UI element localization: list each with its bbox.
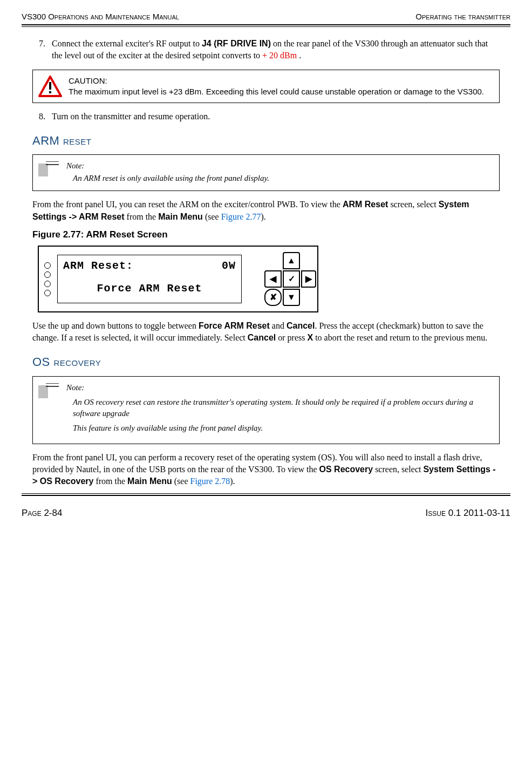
step7-bold-j4: J4 (RF DRIVE IN) (202, 39, 271, 48)
note-box-arm: Note: An ARM reset is only available usi… (32, 154, 500, 191)
arm-db2: Cancel (287, 321, 315, 330)
svg-rect-3 (38, 164, 48, 176)
arm-b1: ARM Reset (343, 200, 388, 209)
arm-db1: Force ARM Reset (199, 321, 270, 330)
arm-da: Use the up and down buttons to toggle be… (32, 321, 199, 330)
page-header: VS300 Operations and Maintenance Manual … (22, 11, 510, 22)
lcd-screen: ARM Reset: 0W Force ARM Reset (57, 255, 242, 303)
arm-db4: X (308, 333, 313, 342)
step-list-8: Turn on the transmitter and resume opera… (32, 111, 500, 123)
os-pe: ). (230, 477, 235, 486)
arm-dd: or press (276, 333, 307, 342)
note-body-os-2: This feature is only available using the… (73, 423, 492, 434)
nav-up-button[interactable]: ▲ (283, 252, 300, 269)
led-4 (44, 290, 51, 296)
os-pd: (see (172, 477, 190, 486)
arm-de: to abort the reset and return to the pre… (313, 333, 487, 342)
step-list-7: Connect the external exciter's RF output… (32, 38, 500, 62)
caution-label: CAUTION: (69, 76, 484, 86)
os-intro-para: From the front panel UI, you can perform… (32, 452, 500, 488)
header-right: Operating the transmitter (415, 11, 510, 22)
note-icon (38, 161, 59, 176)
os-b1: OS Recovery (319, 465, 373, 474)
footer-rule-thin (22, 493, 510, 494)
heading-os-recovery: OS recovery (32, 354, 500, 371)
led-3 (44, 281, 51, 287)
lcd-option: Force ARM Reset (63, 281, 236, 296)
note-label-os: Note: (66, 382, 492, 393)
lcd-title: ARM Reset: (63, 258, 133, 274)
led-2 (44, 271, 51, 278)
note-label-arm: Note: (66, 160, 269, 172)
caution-box: CAUTION: The maximum input level is +23 … (32, 70, 500, 104)
note-icon-os (38, 383, 59, 398)
arm-db: and (270, 321, 287, 330)
lcd-leds (44, 262, 51, 296)
caution-body: The maximum input level is +23 dBm. Exce… (69, 87, 484, 96)
step-7: Connect the external exciter's RF output… (47, 38, 500, 62)
note-body-os: An OS recovery reset can restore the tra… (66, 397, 492, 434)
caution-icon (38, 76, 62, 97)
arm-fig-link[interactable]: Figure 2.77 (221, 212, 261, 221)
page-content: Connect the external exciter's RF output… (22, 38, 510, 488)
header-rule-thin (22, 26, 510, 27)
footer-left: Page 2-84 (22, 507, 62, 520)
header-rule-thick (22, 24, 510, 25)
caution-text: CAUTION: The maximum input level is +23 … (69, 76, 484, 98)
header-left: VS300 Operations and Maintenance Manual (22, 11, 179, 22)
note-box-os: Note: An OS recovery reset can restore t… (32, 376, 500, 444)
step7-text-c: . (299, 51, 301, 60)
note-body-arm: An ARM reset is only available using the… (66, 173, 269, 184)
footer-right: Issue 0.1 2011-03-11 (426, 507, 510, 520)
arm-pd: (see (203, 212, 221, 221)
arm-pb: screen, select (388, 200, 438, 209)
os-fig-link[interactable]: Figure 2.78 (190, 477, 230, 486)
arm-b3: Main Menu (158, 212, 203, 221)
arm-pe: ). (261, 212, 265, 221)
note-text-arm: Note: An ARM reset is only available usi… (66, 160, 269, 184)
os-pc: from the (93, 477, 127, 486)
arm-intro-para: From the front panel UI, you can reset t… (32, 199, 500, 223)
heading-arm-reset: ARM reset (32, 133, 500, 149)
step-8: Turn on the transmitter and resume opera… (47, 111, 500, 123)
arm-db3: Cancel (248, 333, 276, 342)
step8-text: Turn on the transmitter and resume opera… (52, 112, 210, 121)
arm-pa: From the front panel UI, you can reset t… (32, 200, 343, 209)
arm-desc-para: Use the up and down buttons to toggle be… (32, 320, 500, 344)
svg-rect-2 (49, 91, 51, 93)
step7-red-value: + 20 dBm (262, 51, 299, 60)
nav-down-button[interactable]: ▼ (283, 289, 300, 306)
nav-left-button[interactable]: ◀ (264, 270, 282, 288)
lcd-line1: ARM Reset: 0W (63, 258, 236, 274)
led-1 (44, 262, 51, 269)
svg-rect-1 (49, 82, 51, 90)
footer-rule-thick (22, 495, 510, 496)
lcd-value: 0W (222, 258, 236, 274)
step7-text-a: Connect the external exciter's RF output… (52, 39, 202, 48)
nav-right-button[interactable]: ▶ (301, 270, 316, 288)
lcd-nav: ▲ ◀ ✓ ▶ ✘ ▼ (248, 252, 312, 306)
figure-caption-277: Figure 2.77: ARM Reset Screen (32, 228, 500, 241)
os-pb: screen, select (373, 465, 423, 474)
nav-cancel-button[interactable]: ✘ (264, 289, 282, 306)
arm-pc: from the (125, 212, 159, 221)
note-text-os: Note: An OS recovery reset can restore t… (66, 382, 492, 437)
note-body-os-1: An OS recovery reset can restore the tra… (73, 397, 492, 419)
lcd-panel: ARM Reset: 0W Force ARM Reset ▲ ◀ ✓ ▶ ✘ … (38, 246, 318, 312)
page-footer: Page 2-84 Issue 0.1 2011-03-11 (22, 507, 510, 520)
nav-accept-button[interactable]: ✓ (283, 270, 300, 288)
svg-rect-6 (38, 385, 48, 398)
os-b3: Main Menu (127, 477, 172, 486)
